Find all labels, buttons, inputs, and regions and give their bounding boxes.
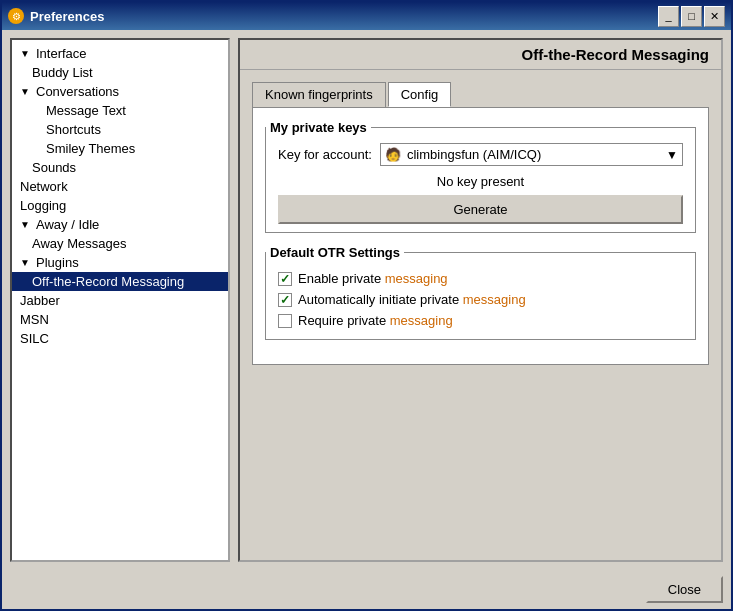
titlebar-left: ⚙ Preferences bbox=[8, 8, 104, 24]
key-for-account-label: Key for account: bbox=[278, 147, 372, 162]
main-panel: Off-the-Record Messaging Known fingerpri… bbox=[238, 38, 723, 562]
panel-header: Off-the-Record Messaging bbox=[240, 40, 721, 70]
sidebar-item-jabber[interactable]: Jabber bbox=[12, 291, 228, 310]
sidebar-item-msn[interactable]: MSN bbox=[12, 310, 228, 329]
sidebar-item-smiley-themes-label: Smiley Themes bbox=[46, 141, 135, 156]
sidebar-item-silc-label: SILC bbox=[20, 331, 49, 346]
sidebar-item-interface-label: Interface bbox=[36, 46, 87, 61]
titlebar: ⚙ Preferences _ □ ✕ bbox=[2, 2, 731, 30]
sidebar-item-network-label: Network bbox=[20, 179, 68, 194]
sidebar-item-plugins-label: Plugins bbox=[36, 255, 79, 270]
collapse-icon-conversations: ▼ bbox=[20, 86, 32, 97]
window-close-button[interactable]: ✕ bbox=[704, 6, 725, 27]
enable-private-checkbox[interactable]: ✓ bbox=[278, 272, 292, 286]
sidebar-item-silc[interactable]: SILC bbox=[12, 329, 228, 348]
generate-button[interactable]: Generate bbox=[278, 195, 683, 224]
sidebar-item-away-messages-label: Away Messages bbox=[32, 236, 126, 251]
minimize-button[interactable]: _ bbox=[658, 6, 679, 27]
enable-private-row: ✓ Enable private messaging bbox=[278, 268, 683, 289]
auto-initiate-label: Automatically initiate private messaging bbox=[298, 292, 526, 307]
account-value: climbingsfun (AIM/ICQ) bbox=[407, 147, 541, 162]
sidebar-item-conversations[interactable]: ▼ Conversations bbox=[12, 82, 228, 101]
require-private-label: Require private messaging bbox=[298, 313, 453, 328]
preferences-window: ⚙ Preferences _ □ ✕ ▼ Interface Buddy Li… bbox=[0, 0, 733, 611]
sidebar-item-shortcuts[interactable]: Shortcuts bbox=[12, 120, 228, 139]
panel-content: Known fingerprints Config My private key… bbox=[240, 70, 721, 560]
no-key-text: No key present bbox=[278, 174, 683, 189]
sidebar-item-interface[interactable]: ▼ Interface bbox=[12, 44, 228, 63]
require-private-row: Require private messaging bbox=[278, 310, 683, 331]
sidebar-item-network[interactable]: Network bbox=[12, 177, 228, 196]
collapse-icon-plugins: ▼ bbox=[20, 257, 32, 268]
maximize-button[interactable]: □ bbox=[681, 6, 702, 27]
sidebar-item-conversations-label: Conversations bbox=[36, 84, 119, 99]
sidebar-item-shortcuts-label: Shortcuts bbox=[46, 122, 101, 137]
sidebar-item-message-text[interactable]: Message Text bbox=[12, 101, 228, 120]
window-title: Preferences bbox=[30, 9, 104, 24]
bottom-bar: Close bbox=[2, 570, 731, 609]
sidebar-item-jabber-label: Jabber bbox=[20, 293, 60, 308]
app-icon: ⚙ bbox=[8, 8, 24, 24]
sidebar-item-otr-label: Off-the-Record Messaging bbox=[32, 274, 184, 289]
private-keys-content: Key for account: 🧑 climbingsfun (AIM/ICQ… bbox=[266, 135, 695, 232]
sidebar-item-logging-label: Logging bbox=[20, 198, 66, 213]
tab-config[interactable]: Config bbox=[388, 82, 452, 107]
sidebar: ▼ Interface Buddy List ▼ Conversations M… bbox=[10, 38, 230, 562]
sidebar-item-buddy-list[interactable]: Buddy List bbox=[12, 63, 228, 82]
sidebar-item-away-idle[interactable]: ▼ Away / Idle bbox=[12, 215, 228, 234]
collapse-icon-away-idle: ▼ bbox=[20, 219, 32, 230]
account-select[interactable]: 🧑 climbingsfun (AIM/ICQ) ▼ bbox=[380, 143, 683, 166]
private-keys-section: My private keys Key for account: 🧑 climb… bbox=[265, 120, 696, 233]
otr-settings-legend: Default OTR Settings bbox=[266, 245, 404, 260]
config-tab-content: My private keys Key for account: 🧑 climb… bbox=[252, 107, 709, 365]
collapse-icon: ▼ bbox=[20, 48, 32, 59]
private-keys-legend: My private keys bbox=[266, 120, 371, 135]
enable-private-label: Enable private messaging bbox=[298, 271, 448, 286]
sidebar-item-buddy-list-label: Buddy List bbox=[32, 65, 93, 80]
sidebar-item-otr[interactable]: Off-the-Record Messaging bbox=[12, 272, 228, 291]
sidebar-item-sounds[interactable]: Sounds bbox=[12, 158, 228, 177]
otr-settings-content: ✓ Enable private messaging ✓ Automatical… bbox=[266, 260, 695, 339]
account-select-text: 🧑 climbingsfun (AIM/ICQ) bbox=[385, 147, 541, 162]
enable-private-check: ✓ bbox=[280, 272, 290, 286]
sidebar-item-plugins[interactable]: ▼ Plugins bbox=[12, 253, 228, 272]
select-dropdown-arrow: ▼ bbox=[666, 148, 678, 162]
tab-known-fingerprints[interactable]: Known fingerprints bbox=[252, 82, 386, 107]
sidebar-item-message-text-label: Message Text bbox=[46, 103, 126, 118]
sidebar-item-sounds-label: Sounds bbox=[32, 160, 76, 175]
close-button[interactable]: Close bbox=[646, 576, 723, 603]
auto-initiate-checkbox[interactable]: ✓ bbox=[278, 293, 292, 307]
auto-initiate-row: ✓ Automatically initiate private messagi… bbox=[278, 289, 683, 310]
window-body: ▼ Interface Buddy List ▼ Conversations M… bbox=[2, 30, 731, 570]
auto-initiate-check: ✓ bbox=[280, 293, 290, 307]
otr-settings-section: Default OTR Settings ✓ Enable private me… bbox=[265, 245, 696, 340]
titlebar-buttons: _ □ ✕ bbox=[658, 6, 725, 27]
sidebar-item-logging[interactable]: Logging bbox=[12, 196, 228, 215]
tabs: Known fingerprints Config bbox=[252, 82, 709, 107]
sidebar-item-away-messages[interactable]: Away Messages bbox=[12, 234, 228, 253]
account-icon: 🧑 bbox=[385, 147, 401, 162]
key-row: Key for account: 🧑 climbingsfun (AIM/ICQ… bbox=[278, 143, 683, 166]
sidebar-item-msn-label: MSN bbox=[20, 312, 49, 327]
require-private-checkbox[interactable] bbox=[278, 314, 292, 328]
sidebar-item-smiley-themes[interactable]: Smiley Themes bbox=[12, 139, 228, 158]
sidebar-item-away-idle-label: Away / Idle bbox=[36, 217, 99, 232]
